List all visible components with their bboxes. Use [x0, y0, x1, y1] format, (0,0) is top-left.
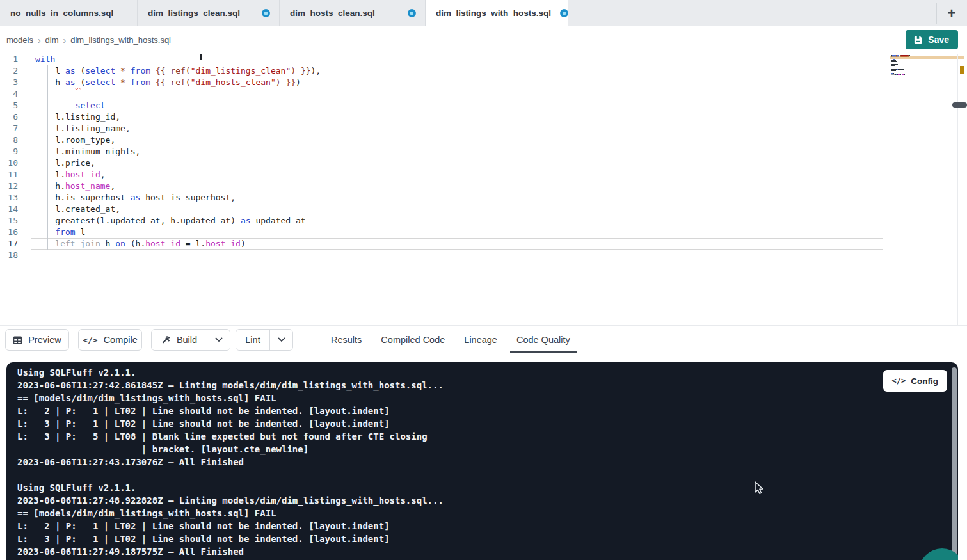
tab-label: no_nulls_in_columns.sql: [10, 8, 113, 18]
code-line-16[interactable]: 16 from l: [0, 227, 967, 238]
code-line-6[interactable]: 6 l.listing_id,: [0, 111, 967, 123]
panel-tabs: ResultsCompiled CodeLineageCode Quality: [321, 326, 580, 354]
hammer-icon: [161, 335, 171, 345]
code-line-2[interactable]: 2 l as (select * from {{ ref("dim_listin…: [0, 65, 967, 77]
code-line-10[interactable]: 10 l.price,: [0, 157, 967, 169]
compile-button[interactable]: </> Compile: [78, 329, 142, 351]
terminal-scrollbar-thumb[interactable]: [952, 367, 957, 557]
config-label: Config: [911, 376, 938, 386]
code-line-11[interactable]: 11 l.host_id,: [0, 169, 967, 180]
code-line-17[interactable]: 17 left join h on (h.host_id = l.host_id…: [0, 238, 967, 250]
line-number: 8: [0, 134, 18, 146]
code-editor[interactable]: 1with2 l as (select * from {{ ref("dim_l…: [0, 54, 967, 326]
chevron-down-icon: [278, 337, 285, 342]
breadcrumb-separator: ›: [38, 35, 41, 45]
line-number: 4: [0, 88, 18, 100]
editor-right-border: [957, 54, 958, 326]
code-line-7[interactable]: 7 l.listing_name,: [0, 123, 967, 134]
line-content: l.room_type,: [35, 134, 115, 146]
line-number: 9: [0, 146, 18, 157]
breadcrumb-item-models[interactable]: models: [6, 35, 33, 45]
preview-button[interactable]: Preview: [5, 329, 69, 351]
config-button[interactable]: </> Config: [883, 370, 947, 392]
save-icon: [913, 35, 923, 45]
editor-tab-dim-listings-with-hosts-sql[interactable]: dim_listings_with_hosts.sql: [426, 0, 568, 26]
panel-tab-results[interactable]: Results: [321, 326, 371, 354]
code-line-9[interactable]: 9 l.minimum_nights,: [0, 146, 967, 157]
terminal-output[interactable]: Using SQLFluff v2.1.1. 2023-06-06T11:27:…: [17, 366, 444, 558]
line-number: 14: [0, 204, 18, 215]
file-header-bar: models›dim›dim_listings_with_hosts.sql S…: [0, 26, 967, 54]
action-bar: Preview </> Compile Build: [0, 326, 967, 354]
line-number: 2: [0, 65, 18, 77]
breadcrumb-separator: ›: [63, 35, 67, 45]
line-content: h.host_name,: [35, 180, 115, 192]
code-brackets-icon: </>: [892, 376, 906, 385]
lint-label: Lint: [245, 335, 260, 345]
code-brackets-icon: </>: [83, 335, 97, 345]
line-number: 17: [0, 238, 18, 250]
unsaved-changes-icon[interactable]: [408, 9, 416, 17]
preview-label: Preview: [28, 335, 61, 345]
lint-dropdown-button[interactable]: [269, 330, 292, 350]
chevron-down-icon: [215, 337, 223, 342]
build-split-button: Build: [151, 329, 230, 351]
minimap[interactable]: [890, 54, 936, 323]
code-line-18[interactable]: 18: [0, 250, 967, 261]
build-button[interactable]: Build: [152, 330, 207, 350]
unsaved-changes-icon[interactable]: [560, 9, 568, 17]
breadcrumb-item-dim-listings-with-hosts-sql[interactable]: dim_listings_with_hosts.sql: [70, 35, 171, 45]
code-line-5[interactable]: 5 select: [0, 100, 967, 111]
panel-tab-compiled-code[interactable]: Compiled Code: [371, 326, 454, 354]
panel-tab-lineage[interactable]: Lineage: [454, 326, 507, 354]
line-content: l.created_at,: [35, 204, 120, 215]
line-content: l.minimum_nights,: [35, 146, 140, 157]
overview-ruler-warning-marker: [960, 66, 964, 74]
lint-button[interactable]: Lint: [236, 330, 269, 350]
unsaved-changes-icon[interactable]: [262, 9, 270, 17]
build-label: Build: [177, 335, 197, 345]
code-line-8[interactable]: 8 l.room_type,: [0, 134, 967, 146]
editor-scrollbar-thumb[interactable]: [952, 102, 967, 108]
compile-label: Compile: [104, 335, 138, 345]
code-line-3[interactable]: 3 h as (select * from {{ ref("dim_hosts_…: [0, 77, 967, 88]
line-content: h.is_superhost as host_is_superhost,: [35, 192, 236, 204]
code-line-12[interactable]: 12 h.host_name,: [0, 180, 967, 192]
line-content: l.listing_name,: [35, 123, 131, 134]
editor-tab-dim-listings-clean-sql[interactable]: dim_listings_clean.sql: [138, 0, 280, 26]
code-line-15[interactable]: 15 greatest(l.updated_at, h.updated_at) …: [0, 215, 967, 227]
editor-tab-dim-hosts-clean-sql[interactable]: dim_hosts_clean.sql: [280, 0, 426, 26]
panel-tab-code-quality[interactable]: Code Quality: [507, 326, 580, 354]
tab-bar: no_nulls_in_columns.sqldim_listings_clea…: [0, 0, 967, 26]
build-dropdown-button[interactable]: [207, 330, 230, 350]
dbt-cloud-ide: no_nulls_in_columns.sqldim_listings_clea…: [0, 0, 967, 560]
new-tab-button[interactable]: +: [941, 0, 962, 26]
line-number: 6: [0, 111, 18, 123]
line-content: select: [35, 100, 106, 111]
line-content: greatest(l.updated_at, h.updated_at) as …: [35, 215, 306, 227]
code-line-4[interactable]: 4: [0, 88, 967, 100]
editor-tabs: no_nulls_in_columns.sqldim_listings_clea…: [0, 0, 568, 26]
code-line-1[interactable]: 1with: [0, 54, 967, 65]
breadcrumb-item-dim[interactable]: dim: [45, 35, 59, 45]
line-number: 15: [0, 215, 18, 227]
line-number: 18: [0, 250, 18, 261]
tab-label: dim_listings_clean.sql: [148, 8, 240, 18]
editor-tab-no-nulls-in-columns-sql[interactable]: no_nulls_in_columns.sql: [0, 0, 138, 26]
line-number: 10: [0, 157, 18, 169]
terminal-panel: Using SQLFluff v2.1.1. 2023-06-06T11:27:…: [6, 362, 958, 560]
line-content: l.host_id,: [35, 169, 106, 180]
code-line-14[interactable]: 14 l.created_at,: [0, 204, 967, 215]
line-number: 5: [0, 100, 18, 111]
text-cursor: [200, 54, 202, 60]
line-number: 3: [0, 77, 18, 88]
code-line-13[interactable]: 13 h.is_superhost as host_is_superhost,: [0, 192, 967, 204]
tabbar-divider: [936, 3, 937, 24]
save-button[interactable]: Save: [906, 30, 958, 49]
line-content: h as (select * from {{ ref("dim_hosts_cl…: [35, 77, 301, 88]
line-number: 16: [0, 227, 18, 238]
help-fab-button[interactable]: [919, 548, 958, 560]
line-content: left join h on (h.host_id = l.host_id): [35, 238, 246, 250]
tab-label: dim_hosts_clean.sql: [290, 8, 375, 18]
line-number: 11: [0, 169, 18, 180]
